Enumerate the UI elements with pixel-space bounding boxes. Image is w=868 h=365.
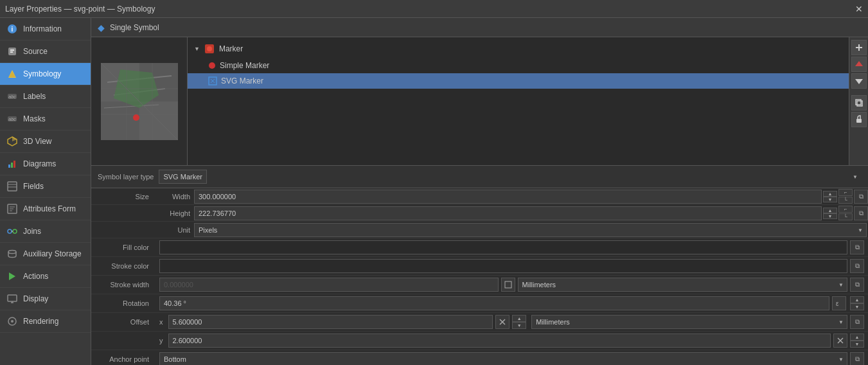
fields-icon (6, 181, 18, 192)
unit-label: Unit (155, 226, 194, 234)
tree-item-simple-marker[interactable]: Simple Marker (188, 58, 849, 73)
lock-layer-button[interactable] (851, 112, 867, 127)
properties-panel: Size Width ▲ ▼ ⌐ └ ⧉ (91, 188, 868, 365)
rotation-expr-btn[interactable]: ε (832, 296, 846, 310)
size-row: Size Width ▲ ▼ ⌐ └ ⧉ (91, 188, 868, 238)
height-spinner-up[interactable]: ▲ (823, 208, 837, 213)
rotation-input[interactable] (159, 296, 829, 310)
sidebar-item-diagrams[interactable]: Diagrams (0, 153, 91, 175)
rotation-label: Rotation (91, 297, 155, 310)
width-spinner: ▲ ▼ (823, 191, 837, 202)
offset-y-spinner-down[interactable]: ▼ (850, 341, 864, 348)
rotation-spinner-up[interactable]: ▲ (850, 296, 864, 303)
svg-rect-2 (8, 48, 16, 55)
stroke-width-content: Millimeters ⧉ (155, 276, 868, 294)
sidebar-item-fields-label: Fields (23, 182, 44, 191)
sidebar-item-auxiliary-storage[interactable]: Auxiliary Storage (0, 243, 91, 265)
sidebar-item-actions[interactable]: Actions (0, 265, 91, 288)
sidebar-item-fields[interactable]: Fields (0, 175, 91, 198)
tree-right-toolbar (849, 37, 868, 165)
size-label: Size (91, 190, 155, 203)
svg-point-49 (207, 46, 212, 51)
sidebar-item-rendering[interactable]: Rendering (0, 310, 91, 333)
offset-x-spinner-up[interactable]: ▲ (512, 315, 526, 322)
height-link-bottom-icon[interactable]: └ (838, 213, 853, 220)
offset-y-label-blank (91, 338, 155, 343)
symbol-layer-type-select[interactable]: SVG Marker (159, 170, 207, 184)
offset-y-input[interactable] (168, 334, 831, 348)
anchor-vertical-copy-btn[interactable]: ⧉ (850, 352, 864, 365)
anchor-vertical-content: Bottom ⧉ (155, 350, 868, 365)
height-link-top-icon[interactable]: ⌐ (838, 206, 853, 213)
fill-color-copy-btn[interactable]: ⧉ (850, 240, 864, 254)
tree-item-svg-marker-label: SVG Marker (221, 76, 263, 85)
sidebar-item-labels[interactable]: abc Labels (0, 85, 91, 108)
stroke-width-copy-btn[interactable]: ⧉ (850, 278, 864, 292)
sidebar-item-information[interactable]: i Information (0, 18, 91, 40)
svg-rect-58 (857, 101, 862, 106)
unit-select[interactable]: Pixels (194, 223, 867, 237)
attributes-form-icon (6, 203, 18, 215)
offset-y-label: y (159, 337, 163, 344)
tree-item-svg-marker[interactable]: SVG Marker (188, 73, 849, 89)
stroke-width-label: Stroke width (91, 278, 155, 291)
sidebar-item-3dview[interactable]: 3D View (0, 130, 91, 153)
source-icon (6, 46, 18, 57)
sidebar-item-joins[interactable]: Joins (0, 220, 91, 243)
offset-x-clear-btn[interactable] (495, 315, 509, 329)
rotation-spinner-down[interactable]: ▼ (850, 303, 864, 310)
svg-rect-60 (856, 119, 862, 123)
sidebar-item-display[interactable]: Display (0, 288, 91, 310)
sidebar-item-masks[interactable]: abc Masks (0, 108, 91, 130)
window-title: Layer Properties — svg-point — Symbology (5, 4, 155, 13)
anchor-vertical-select-wrapper: Bottom (159, 352, 847, 365)
sidebar-item-3dview-label: 3D View (23, 137, 51, 146)
simple-marker-icon (208, 62, 216, 69)
offset-x-spinner-down[interactable]: ▼ (512, 322, 526, 329)
anchor-vertical-select[interactable]: Bottom (159, 352, 847, 365)
svg-point-32 (11, 320, 13, 323)
add-layer-button[interactable] (851, 40, 867, 55)
size-link-top-icon[interactable]: ⌐ (838, 189, 853, 196)
height-input[interactable] (194, 206, 822, 220)
height-spinner-down[interactable]: ▼ (823, 213, 837, 219)
width-spinner-up[interactable]: ▲ (823, 191, 837, 197)
sidebar-item-attributes-form-label: Attributes Form (23, 204, 76, 213)
size-link-bottom-icon[interactable]: └ (838, 197, 853, 204)
move-up-button[interactable] (851, 57, 867, 72)
unit-subrow: Unit Pixels (91, 222, 868, 238)
sidebar-item-display-label: Display (23, 294, 48, 303)
width-input[interactable] (194, 190, 822, 204)
offset-y-clear-btn[interactable] (833, 334, 847, 348)
width-copy-btn[interactable]: ⧉ (854, 190, 868, 204)
offset-x-input[interactable] (168, 315, 493, 329)
svg-rect-15 (13, 161, 15, 168)
sidebar-item-attributes-form[interactable]: Attributes Form (0, 198, 91, 220)
offset-y-spinner-up[interactable]: ▲ (850, 334, 864, 341)
offset-copy-btn[interactable]: ⧉ (850, 315, 864, 329)
stroke-color-copy-btn[interactable]: ⧉ (850, 259, 864, 273)
offset-x-spinner: ▲ ▼ (512, 315, 526, 329)
rotation-spinner: ▲ ▼ (850, 296, 864, 310)
close-button[interactable]: ✕ (855, 4, 863, 14)
stroke-color-content: ⧉ (155, 257, 868, 275)
offset-unit-select[interactable]: Millimeters (531, 315, 847, 329)
stroke-width-unit-select[interactable]: Millimeters (518, 278, 848, 292)
height-copy-btn[interactable]: ⧉ (854, 206, 868, 220)
stroke-width-input[interactable] (159, 278, 499, 292)
stroke-width-unit-wrapper: Millimeters (518, 278, 848, 292)
copy-layer-button[interactable] (851, 95, 867, 111)
svg-rect-16 (8, 182, 17, 191)
tree-item-marker[interactable]: ▼ Marker (188, 40, 849, 58)
move-down-button[interactable] (851, 73, 867, 89)
sidebar-item-symbology[interactable]: Symbology (0, 63, 91, 85)
sidebar-item-symbology-label: Symbology (23, 69, 61, 78)
width-spinner-down[interactable]: ▼ (823, 197, 837, 202)
svg-text:abc: abc (8, 94, 16, 99)
sidebar-item-source[interactable]: Source (0, 40, 91, 63)
fill-color-swatch[interactable] (159, 240, 847, 254)
stroke-color-swatch[interactable] (159, 259, 847, 273)
svg-marker-icon (208, 76, 217, 85)
svg-marker-12 (12, 137, 17, 141)
stroke-width-unit-icon[interactable] (501, 278, 515, 292)
